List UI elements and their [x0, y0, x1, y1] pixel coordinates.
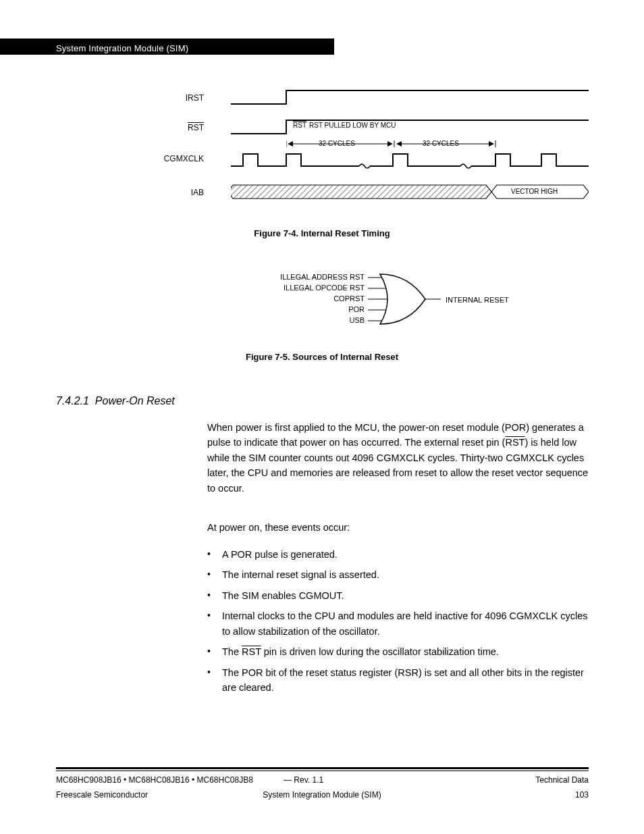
bullet-icon: •	[207, 588, 222, 603]
bullet-4: • Internal clocks to the CPU and modules…	[207, 608, 589, 639]
note-rst-overline: RST	[293, 122, 306, 129]
page-header-title: System Integration Module (SIM)	[56, 43, 188, 53]
bullet-6: • The POR bit of the reset status regist…	[207, 665, 589, 696]
section-number: 7.4.2.1	[56, 395, 89, 407]
bullet-icon: •	[207, 608, 222, 623]
footer-manual: Technical Data	[535, 775, 589, 785]
cycles-label-b: 32 CYCLES	[423, 140, 459, 147]
footer-rule	[56, 767, 589, 771]
bullet-icon: •	[207, 644, 222, 659]
bullet-list: • A POR pulse is generated. • The intern…	[207, 547, 589, 701]
or-input-5: USB	[250, 316, 365, 324]
section-heading: 7.4.2.1 Power-On Reset	[56, 395, 175, 407]
bullet-3: • The SIM enables CGMOUT.	[207, 588, 589, 603]
signal-label-irst: IRST	[157, 93, 204, 103]
footer-section: System Integration Module (SIM)	[0, 790, 644, 800]
signal-label-rst: RST	[157, 123, 204, 132]
section-title: Power-On Reset	[95, 395, 175, 407]
or-input-4: POR	[250, 305, 365, 313]
note-rst-pulled-low: RST PULLED LOW BY MCU	[309, 122, 396, 129]
bullet-icon: •	[207, 547, 222, 562]
footer-page: 103	[575, 790, 589, 800]
signal-label-cgmxclk: CGMXCLK	[157, 154, 204, 163]
waveform-irst	[231, 89, 589, 105]
or-input-2: ILLEGAL OPCODE RST	[250, 284, 365, 292]
bullet-1: • A POR pulse is generated.	[207, 547, 589, 562]
figure-7-5-caption: Figure 7-5. Sources of Internal Reset	[0, 352, 644, 362]
or-input-3: COPRST	[250, 294, 365, 303]
waveform-rst	[231, 119, 589, 135]
or-gate-diagram: ILLEGAL ADDRESS RST ILLEGAL OPCODE RST C…	[257, 271, 540, 339]
para-1: When power is first applied to the MCU, …	[207, 420, 589, 496]
or-output-label: INTERNAL RESET	[446, 296, 509, 304]
bullet-2: • The internal reset signal is asserted.	[207, 567, 589, 582]
signal-label-iab: IAB	[157, 188, 204, 197]
footer-ver: — Rev. 1.1	[284, 775, 323, 785]
cycles-label-a: 32 CYCLES	[319, 140, 355, 147]
timing-figure: IRST RST CGMXCLK IAB RST RST PULLED LOW …	[190, 89, 595, 207]
waveform-cgmxclk	[231, 151, 589, 172]
iab-vector-high: VECTOR HIGH	[511, 188, 558, 195]
bullet-icon: •	[207, 567, 222, 582]
bullet-icon: •	[207, 665, 222, 680]
footer-docnum: MC68HC908JB16 • MC68HC08JB16 • MC68HC08J…	[56, 775, 253, 785]
or-input-1: ILLEGAL ADDRESS RST	[250, 273, 365, 281]
figure-7-4-caption: Figure 7-4. Internal Reset Timing	[0, 228, 644, 238]
para-2: At power on, these events occur:	[207, 520, 589, 535]
bullet-5: • The RST pin is driven low during the o…	[207, 644, 589, 659]
